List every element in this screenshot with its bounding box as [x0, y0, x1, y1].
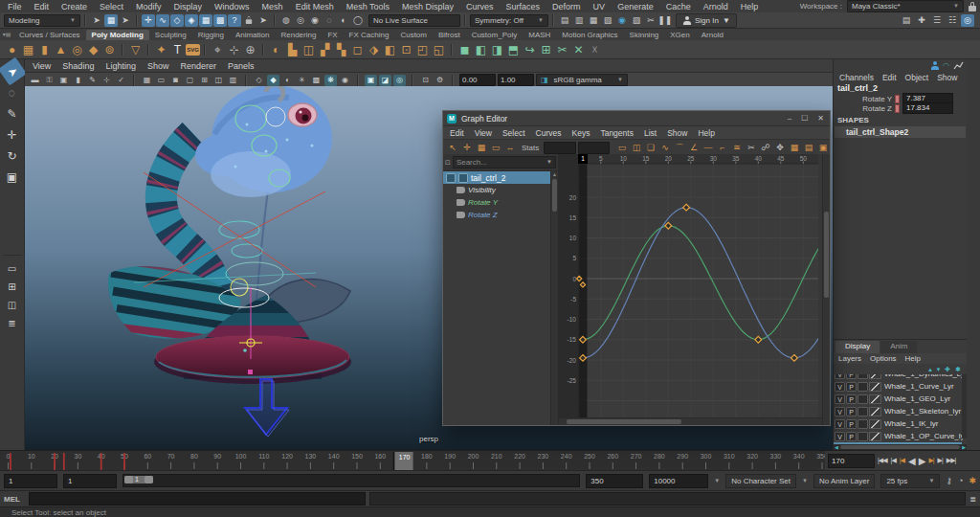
2d-pan-zoom-icon[interactable]: ⊹: [100, 75, 113, 86]
ge-menu-edit[interactable]: Edit: [450, 128, 464, 138]
menu-uv[interactable]: UV: [593, 2, 606, 11]
menu-modify[interactable]: Modify: [136, 2, 162, 11]
layer-color-swatch[interactable]: [869, 374, 881, 379]
frame-all-icon[interactable]: ▭: [615, 142, 629, 154]
range-slider-track[interactable]: 1: [122, 474, 580, 487]
menuset-selector[interactable]: Modeling ▼: [4, 14, 80, 27]
cb-menu-object[interactable]: Object: [905, 73, 929, 82]
shelf-tab-fx[interactable]: FX: [322, 30, 343, 40]
layer-color-swatch[interactable]: [869, 419, 881, 429]
layer-row-whale-1-op-curve-lyr[interactable]: VPWhale_1_OP_Curve_lyr: [834, 430, 962, 442]
image-plane-icon[interactable]: ✎: [86, 75, 99, 86]
workspace-lock-icon[interactable]: [969, 2, 976, 11]
cb-menu-show[interactable]: Show: [937, 73, 957, 82]
current-frame-field[interactable]: 170: [828, 454, 875, 468]
origin-locator-icon[interactable]: ⊕: [242, 41, 258, 57]
go-to-end-button[interactable]: ▶▶|: [946, 457, 957, 464]
frame-playback-range-icon[interactable]: ◫: [630, 142, 643, 154]
gamma-field[interactable]: 1.00: [498, 74, 534, 86]
menu-mesh[interactable]: Mesh: [262, 2, 283, 11]
character-set-selector[interactable]: No Character Set: [725, 474, 796, 488]
layer-vscrollbar[interactable]: [962, 374, 967, 438]
shelf-tab-arnold[interactable]: Arnold: [696, 30, 729, 40]
retime-keys-icon[interactable]: ↔: [503, 142, 517, 154]
lattice-deform-keys-icon[interactable]: ▦: [475, 142, 488, 154]
menu-display[interactable]: Display: [174, 2, 203, 11]
workspace-selector[interactable]: Maya Classic* ▼: [847, 0, 964, 12]
ge-menu-show[interactable]: Show: [667, 128, 687, 138]
tree-object-row[interactable]: tail_ctrl_2: [443, 171, 551, 184]
layer-tab-anim[interactable]: Anim: [880, 341, 917, 353]
layer-from-selected-icon[interactable]: ✱: [955, 366, 961, 373]
shelf-tab-skinning[interactable]: Skinning: [624, 30, 665, 40]
shelf-tab-custom-poly[interactable]: Custom_Poly: [466, 30, 523, 40]
highlighted-panel-icon[interactable]: ◎: [961, 14, 974, 27]
panel-menu-lighting[interactable]: Lighting: [105, 61, 136, 71]
poly-cube-icon[interactable]: ▦: [20, 41, 36, 57]
step-back-frame-button[interactable]: |◀: [890, 457, 897, 464]
target-weld-icon[interactable]: ✂: [554, 41, 570, 57]
layer-display-type-toggle[interactable]: [858, 407, 868, 416]
center-current-time-icon[interactable]: ❏: [644, 142, 657, 154]
layer-color-swatch[interactable]: [869, 407, 881, 416]
anim-layer-selector[interactable]: No Anim Layer: [813, 474, 875, 488]
snapshot-icon[interactable]: ▣: [816, 142, 830, 154]
layer-color-swatch[interactable]: [869, 394, 881, 404]
tree-channel-rotate-y[interactable]: Rotate Y: [443, 196, 558, 209]
open-render-view-icon[interactable]: ▤: [558, 14, 571, 27]
motion-blur-icon[interactable]: ◉: [339, 75, 351, 86]
panel-menu-panels[interactable]: Panels: [228, 61, 255, 71]
safe-title-icon[interactable]: ▥: [227, 75, 239, 86]
textured-icon[interactable]: ◐: [281, 75, 294, 86]
break-tangents-icon[interactable]: ✂: [745, 142, 758, 154]
construction-plane-icon[interactable]: ⌖: [210, 41, 226, 57]
menu-mesh-display[interactable]: Mesh Display: [402, 2, 454, 11]
menu-curves[interactable]: Curves: [466, 2, 494, 11]
ge-menu-list[interactable]: List: [644, 128, 657, 138]
paint-select-tool[interactable]: ✎: [2, 103, 23, 124]
pose-editor-icon[interactable]: [930, 61, 939, 70]
menu-mesh-tools[interactable]: Mesh Tools: [346, 2, 390, 11]
layer-playback-toggle[interactable]: P: [846, 407, 857, 416]
tree-channel-visibility[interactable]: Visibility: [443, 184, 558, 196]
history-list-icon[interactable]: ◯: [351, 14, 365, 27]
shelf-tab-xgen[interactable]: XGen: [664, 30, 695, 40]
insert-keys-icon[interactable]: ✛: [460, 142, 474, 154]
ge-menu-tangents[interactable]: Tangents: [600, 128, 634, 138]
free-tangent-weight-icon[interactable]: ✥: [773, 142, 787, 154]
panel-menu-show[interactable]: Show: [147, 61, 169, 71]
menu-cache[interactable]: Cache: [666, 2, 691, 11]
shadows-icon[interactable]: ▩: [310, 75, 323, 86]
poly-torus-icon[interactable]: ◎: [69, 41, 85, 57]
layout-four-pane[interactable]: ⊞: [2, 278, 23, 295]
move-nearest-picked-key-icon[interactable]: ↖: [446, 142, 459, 154]
stats-value-field[interactable]: [578, 142, 610, 154]
layer-menu-options[interactable]: Options: [870, 354, 897, 363]
oversan-icon[interactable]: ✓: [115, 75, 127, 86]
step-forward-frame-button[interactable]: ▶|: [937, 457, 944, 464]
cb-menu-edit[interactable]: Edit: [882, 73, 897, 82]
ge-menu-curves[interactable]: Curves: [536, 128, 562, 138]
panel-menu-shading[interactable]: Shading: [62, 61, 94, 71]
joints-xray-icon[interactable]: ◎: [393, 75, 406, 86]
locator-icon[interactable]: ⊹: [226, 41, 242, 57]
layer-row-lighting-layer[interactable]: VPRLighting_layer: [834, 442, 962, 444]
layer-display-type-toggle[interactable]: [858, 374, 868, 379]
move-layer-up-icon[interactable]: ▴: [928, 366, 932, 373]
mirror-icon[interactable]: ⬗: [366, 41, 382, 57]
use-all-lights-icon[interactable]: ✳: [296, 75, 308, 86]
color-space-selector[interactable]: ◨sRGB gamma▼: [536, 74, 628, 86]
expand-icon[interactable]: [446, 173, 456, 183]
shelf-tab-custom[interactable]: Custom: [394, 30, 433, 40]
layer-playback-toggle[interactable]: P: [846, 419, 857, 429]
select-by-object-icon[interactable]: ▦: [104, 14, 118, 27]
unify-tangents-icon[interactable]: ☍: [759, 142, 772, 154]
select-by-component-icon[interactable]: ➤: [119, 14, 132, 27]
shelf-tab-mash[interactable]: MASH: [523, 30, 556, 40]
value-snap-icon[interactable]: ▤: [802, 142, 815, 154]
menu-edit-mesh[interactable]: Edit Mesh: [296, 2, 334, 11]
poly-cylinder-icon[interactable]: ▮: [36, 41, 53, 57]
move-tool[interactable]: ✛: [2, 124, 23, 145]
separate-icon[interactable]: ◫: [301, 41, 317, 57]
platonic-solid-icon[interactable]: ▽: [127, 41, 144, 57]
